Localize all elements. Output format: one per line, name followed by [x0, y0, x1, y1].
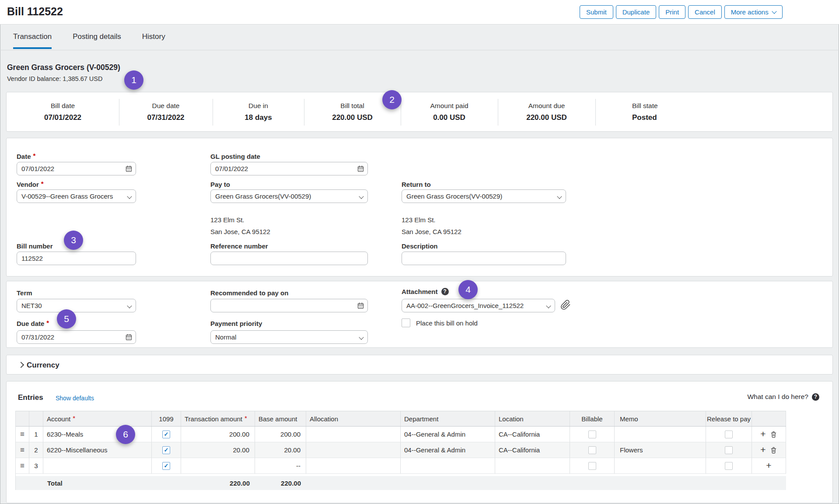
- pay-to-address-line1: 123 Elm St.: [210, 216, 245, 224]
- transaction-amount-cell[interactable]: 200.00: [181, 427, 255, 442]
- row-number: 2: [29, 442, 43, 458]
- location-cell[interactable]: CA--California: [495, 442, 570, 458]
- payment-priority-select[interactable]: Normal: [210, 330, 368, 344]
- drag-handle-icon[interactable]: ≡: [20, 430, 24, 438]
- reference-number-input[interactable]: [210, 252, 368, 265]
- department-cell[interactable]: 04--General & Admin: [401, 442, 495, 458]
- drag-handle-icon[interactable]: ≡: [20, 446, 24, 454]
- allocation-cell[interactable]: [306, 442, 401, 458]
- recommended-to-pay-on-input[interactable]: [210, 299, 368, 312]
- grid-header-row: Account 1099 Transaction amount Base amo…: [16, 411, 786, 427]
- bill-page: Bill 112522 Submit Duplicate Print Cance…: [0, 0, 839, 504]
- summary-due-in: Due in 18 days: [213, 92, 304, 131]
- attachment-label-row: Attachment: [402, 288, 449, 295]
- department-cell[interactable]: 04--General & Admin: [401, 427, 495, 442]
- chevron-down-icon: [546, 303, 551, 308]
- submit-button[interactable]: Submit: [580, 5, 613, 19]
- add-row-icon[interactable]: +: [766, 461, 771, 470]
- gl-posting-date-input[interactable]: [210, 162, 368, 175]
- memo-cell[interactable]: [615, 427, 706, 442]
- tab-transaction[interactable]: Transaction: [13, 32, 52, 49]
- help-icon[interactable]: [441, 288, 449, 295]
- more-actions-label: More actions: [731, 8, 769, 16]
- calendar-icon[interactable]: [125, 165, 133, 172]
- total-base-amount: 220.00: [255, 480, 306, 487]
- base-amount-cell: 200.00: [255, 427, 306, 442]
- summary-amount-due: Amount due 220.00 USD: [498, 92, 595, 131]
- summary-bill-state: Bill state Posted: [632, 92, 763, 131]
- description-input[interactable]: [402, 252, 566, 265]
- account-cell[interactable]: 6230--Meals: [43, 427, 152, 442]
- add-row-icon[interactable]: +: [760, 445, 766, 454]
- cancel-button[interactable]: Cancel: [688, 5, 722, 19]
- action-button-group: Submit Duplicate Print Cancel More actio…: [580, 5, 783, 19]
- currency-section-title: Currency: [27, 361, 59, 370]
- reference-number-wrap: [210, 252, 368, 265]
- allocation-cell[interactable]: [306, 427, 401, 442]
- bill-number-input[interactable]: [17, 252, 136, 265]
- allocation-cell[interactable]: [306, 458, 401, 473]
- tab-divider: [0, 50, 839, 50]
- more-actions-button[interactable]: More actions: [724, 5, 783, 19]
- show-defaults-link[interactable]: Show defaults: [56, 395, 94, 402]
- 1099-column-header: 1099: [152, 411, 181, 426]
- summary-due-date: Due date 07/31/2022: [119, 92, 213, 131]
- release-to-pay-column-header: Release to pay: [706, 411, 752, 426]
- calendar-icon[interactable]: [357, 165, 364, 172]
- memo-column-header: Memo: [615, 411, 706, 426]
- vendor-balance: Vendor ID balance: 1,385.67 USD: [7, 75, 102, 82]
- tab-history[interactable]: History: [142, 32, 165, 49]
- account-cell[interactable]: 6220--Miscellaneous: [43, 442, 152, 458]
- base-amount-cell: --: [255, 458, 306, 473]
- bill-summary-strip: Bill date 07/01/2022 Due date 07/31/2022…: [6, 92, 833, 132]
- trash-icon[interactable]: [770, 430, 777, 438]
- memo-cell[interactable]: [615, 458, 706, 473]
- drag-handle-icon[interactable]: ≡: [20, 462, 24, 469]
- date-label: Date: [17, 153, 35, 160]
- vendor-select[interactable]: V-00529--Green Grass Grocers: [17, 189, 136, 203]
- table-row: ≡ 2 6220--Miscellaneous 20.00 20.00 04--…: [16, 442, 786, 458]
- transaction-amount-cell[interactable]: 20.00: [181, 442, 255, 458]
- paperclip-icon[interactable]: [560, 300, 571, 310]
- grid-total-row: Total 220.00 220.00: [16, 476, 786, 490]
- date-input[interactable]: [17, 162, 136, 175]
- memo-cell[interactable]: Flowers: [615, 442, 706, 458]
- pay-to-select[interactable]: Green Grass Grocers(VV-00529): [210, 189, 368, 203]
- chevron-down-icon: [772, 9, 776, 14]
- release-to-pay-checkbox[interactable]: [725, 446, 733, 454]
- billable-checkbox[interactable]: [588, 430, 596, 438]
- attachment-select[interactable]: AA-002--GreenGrocers_Invoice_112522: [402, 299, 555, 312]
- 1099-checkbox[interactable]: [162, 446, 170, 454]
- 1099-checkbox[interactable]: [162, 430, 170, 438]
- location-cell[interactable]: CA--California: [495, 427, 570, 442]
- transaction-amount-cell[interactable]: [181, 458, 255, 473]
- add-row-icon[interactable]: +: [760, 429, 766, 438]
- term-select[interactable]: NET30: [17, 299, 136, 312]
- billable-checkbox[interactable]: [588, 446, 596, 454]
- return-to-select[interactable]: Green Grass Grocers(VV-00529): [402, 189, 566, 203]
- duplicate-button[interactable]: Duplicate: [616, 5, 657, 19]
- callout-badge-3: 3: [64, 231, 83, 250]
- currency-section[interactable]: Currency: [6, 355, 833, 374]
- calendar-icon[interactable]: [357, 302, 364, 309]
- calendar-icon[interactable]: [125, 333, 133, 341]
- release-to-pay-checkbox[interactable]: [725, 430, 733, 438]
- release-to-pay-checkbox[interactable]: [725, 462, 733, 470]
- 1099-checkbox[interactable]: [162, 462, 170, 470]
- summary-amount-paid: Amount paid 0.00 USD: [401, 92, 498, 131]
- payment-priority-label: Payment priority: [210, 320, 262, 327]
- bill-form-card: Date GL posting date Vendor V-00529--Gre…: [6, 138, 833, 276]
- trash-icon[interactable]: [770, 446, 777, 454]
- hold-checkbox[interactable]: [402, 318, 410, 327]
- actions-column-header: [752, 411, 786, 426]
- department-cell[interactable]: [401, 458, 495, 473]
- callout-badge-6: 6: [116, 425, 135, 444]
- tab-posting-details[interactable]: Posting details: [73, 32, 121, 49]
- due-date-label: Due date: [17, 320, 49, 327]
- due-date-input[interactable]: [17, 330, 136, 344]
- location-cell[interactable]: [495, 458, 570, 473]
- help-icon[interactable]: [812, 393, 819, 401]
- account-cell[interactable]: [43, 458, 152, 473]
- billable-checkbox[interactable]: [588, 462, 596, 470]
- print-button[interactable]: Print: [659, 5, 685, 19]
